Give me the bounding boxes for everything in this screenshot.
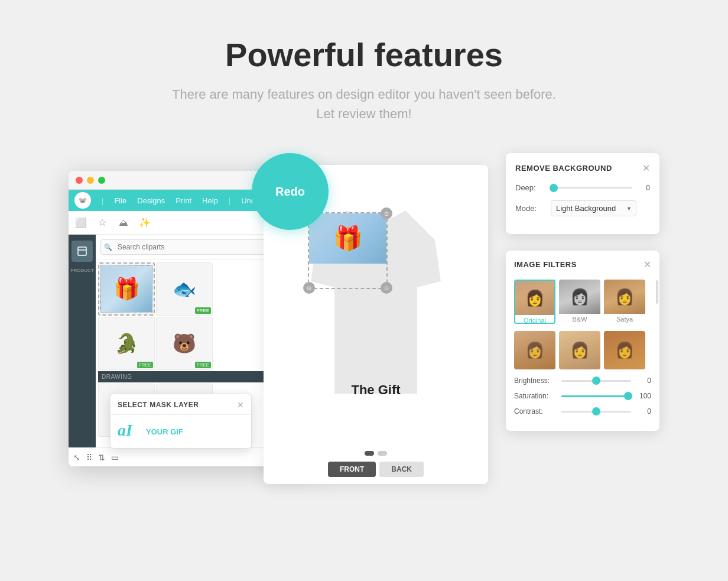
brightness-row: Brightness: 0 bbox=[514, 376, 651, 385]
brightness-value: 0 bbox=[636, 376, 651, 385]
gift-emoji: 🎁 bbox=[333, 225, 363, 252]
filter-original[interactable]: 👩 Original bbox=[514, 280, 555, 324]
clipart-alligator-item[interactable]: 🐊 FREE bbox=[98, 317, 155, 370]
filter-satya[interactable]: 👩 Satya bbox=[604, 280, 645, 324]
tshirt-front-button[interactable]: FRONT bbox=[328, 462, 376, 477]
menu-file[interactable]: File bbox=[114, 196, 126, 205]
overlay-resize-bl: ⊙ bbox=[303, 282, 315, 294]
mountain-icon[interactable]: ⛰ bbox=[117, 216, 130, 229]
app-logo: 🐭 bbox=[74, 192, 91, 209]
fullscreen-dot[interactable] bbox=[98, 177, 105, 184]
sidebar-product-label: PRODUCT bbox=[70, 268, 94, 273]
saturation-value: 100 bbox=[636, 392, 651, 400]
mask-popup-body: aI YOUR GIF bbox=[110, 415, 251, 448]
menu-print[interactable]: Print bbox=[176, 196, 191, 205]
filter-panel-scrollbar bbox=[656, 280, 658, 304]
menu-designs[interactable]: Designs bbox=[137, 196, 165, 205]
contrast-slider[interactable] bbox=[561, 411, 631, 413]
filter-bw[interactable]: 👩 B&W bbox=[559, 280, 600, 324]
image-filters-panel: IMAGE FILTERS ✕ 👩 Original 👩 B&W 👩 bbox=[506, 251, 659, 431]
tshirt-back-button[interactable]: BACK bbox=[379, 462, 424, 477]
clipart-bear-item[interactable]: 🐻 FREE bbox=[156, 317, 213, 370]
redo-bubble: Redo bbox=[252, 153, 329, 230]
svg-rect-0 bbox=[78, 247, 86, 255]
filter-bw-label: B&W bbox=[559, 314, 600, 324]
tshirt-nav-dot-1[interactable] bbox=[365, 451, 374, 456]
filters-title: IMAGE FILTERS bbox=[514, 260, 577, 269]
magic-icon[interactable]: ✨ bbox=[138, 216, 151, 229]
filter-satya-label: Satya bbox=[604, 314, 645, 324]
sidebar-product-icon[interactable] bbox=[72, 241, 93, 262]
mode-select[interactable]: Light Background Dark Background Auto bbox=[551, 200, 636, 216]
ui-showcase: 🐭 | File Designs Print Help | Undo 🇬🇧 La… bbox=[69, 153, 659, 484]
deep-slider[interactable] bbox=[551, 187, 632, 189]
brightness-label: Brightness: bbox=[514, 376, 557, 385]
minimize-dot[interactable] bbox=[87, 177, 94, 184]
mask-gif-icon: aI bbox=[118, 421, 139, 442]
overlay-gift-image: 🎁 bbox=[309, 213, 386, 264]
brightness-slider[interactable] bbox=[561, 380, 631, 382]
tshirt-buttons: FRONT BACK bbox=[328, 462, 424, 484]
remove-bg-header: REMOVE BACKGROUND ✕ bbox=[515, 163, 650, 174]
mode-select-wrapper: Light Background Dark Background Auto bbox=[551, 200, 636, 216]
star-icon[interactable]: ☆ bbox=[96, 216, 109, 229]
filters-close-button[interactable]: ✕ bbox=[644, 259, 651, 270]
remove-bg-close-button[interactable]: ✕ bbox=[642, 163, 650, 174]
mask-popup-close-button[interactable]: ✕ bbox=[237, 400, 244, 410]
filter-thumb-6[interactable]: 👩 bbox=[604, 331, 645, 369]
deep-value: 0 bbox=[638, 184, 650, 192]
overlay-resize-tr[interactable]: ⊙ bbox=[381, 207, 392, 219]
redo-label: Redo bbox=[275, 185, 305, 199]
free-badge: FREE bbox=[195, 307, 211, 314]
crop-icon[interactable]: ⬜ bbox=[74, 216, 87, 229]
tshirt-text[interactable]: The Gift bbox=[351, 382, 400, 398]
contrast-row: Contrast: 0 bbox=[514, 407, 651, 416]
mask-popup-header: SELECT MASK LAYER ✕ bbox=[110, 394, 251, 415]
saturation-slider[interactable] bbox=[561, 395, 631, 397]
contrast-value: 0 bbox=[636, 407, 651, 416]
mode-label: Mode: bbox=[515, 204, 545, 213]
deep-label: Deep: bbox=[515, 183, 545, 192]
page-title: Powerful features bbox=[225, 35, 503, 74]
page-subtitle: There are many features on design editor… bbox=[163, 85, 565, 124]
tshirt-navigation bbox=[365, 445, 387, 462]
mask-popup-title: SELECT MASK LAYER bbox=[118, 401, 199, 409]
free-badge-2: FREE bbox=[137, 362, 153, 368]
contrast-label: Contrast: bbox=[514, 407, 557, 416]
saturation-row: Saturation: 100 bbox=[514, 392, 651, 400]
menu-help[interactable]: Help bbox=[202, 196, 218, 205]
filters-header: IMAGE FILTERS ✕ bbox=[514, 259, 651, 270]
free-badge-3: FREE bbox=[195, 362, 211, 368]
remove-bg-panel: REMOVE BACKGROUND ✕ Deep: 0 Mode: Light … bbox=[506, 153, 659, 234]
remove-bg-title: REMOVE BACKGROUND bbox=[515, 164, 612, 173]
filter-original-label: Original bbox=[515, 315, 554, 324]
editor-sidebar: PRODUCT bbox=[69, 235, 96, 447]
tshirt-image-overlay[interactable]: ✕ ⊙ ⊙ ⊙ 🎁 bbox=[308, 212, 388, 289]
filter-thumbnails-row1: 👩 Original 👩 B&W 👩 Satya bbox=[514, 280, 651, 324]
clipart-fish-item[interactable]: 🐟 FREE bbox=[156, 262, 213, 316]
overlay-resize-br[interactable]: ⊙ bbox=[381, 282, 392, 294]
filter-thumb-4[interactable]: 👩 bbox=[514, 331, 555, 369]
mask-gif-label: YOUR GIF bbox=[146, 427, 183, 436]
tshirt-nav-dot-2[interactable] bbox=[378, 451, 387, 456]
mask-popup: SELECT MASK LAYER ✕ aI YOUR GIF bbox=[110, 394, 252, 449]
clipart-gift-item[interactable]: 🎁 bbox=[98, 262, 155, 316]
deep-row: Deep: 0 bbox=[515, 183, 650, 192]
filters-sliders: Brightness: 0 Saturation: 100 Contrast: bbox=[514, 376, 651, 416]
saturation-label: Saturation: bbox=[514, 392, 557, 400]
filter-thumb-5[interactable]: 👩 bbox=[559, 331, 600, 369]
filter-thumbnails-row2: 👩 👩 👩 bbox=[514, 331, 651, 369]
mode-row: Mode: Light Background Dark Background A… bbox=[515, 200, 650, 216]
close-dot[interactable] bbox=[76, 177, 83, 184]
